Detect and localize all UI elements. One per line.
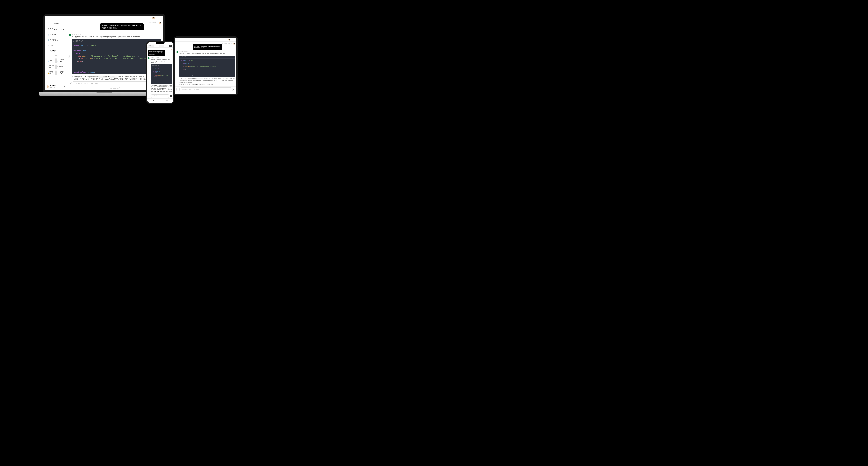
sidebar: + 新话题 💬 使用 React + Tailwi... ✎ 🗑 📄 简历编辑 … — [45, 20, 67, 90]
bot-p2: 在上面的代码中，我们将父元素设置为 h-screen 和 flex 类，以便其占… — [151, 85, 173, 92]
bot-avatar-icon: AI — [148, 57, 150, 59]
bottom-nav: ⌂ 对话 ☺ 我的 — [147, 98, 174, 102]
user-bubble: 使用 React + Tailwindcss 写一个 Loading Compo… — [193, 44, 222, 50]
topic-item[interactable]: 🔗 老白聊增长 — [46, 38, 65, 42]
sidebar-collapse-button[interactable]: ‹ — [68, 55, 70, 58]
link-icon: 🔗 — [48, 39, 49, 41]
role-chip[interactable]: 🔒私人厨师 — [46, 70, 56, 75]
send-button[interactable]: ➤ — [170, 95, 173, 97]
doc-icon: 📄 — [48, 34, 49, 35]
bot-timestamp: 2023/5/26 15:31:53 — [72, 34, 161, 35]
laptop-notch — [97, 14, 111, 15]
username-label: overtrue — [156, 17, 161, 19]
tablet-app: overtrue 2023/5/26 15:31:05 使用 React + T… — [175, 38, 237, 94]
sidebar-footer: overtrue 有效次数: 597 ⎋ — [46, 84, 65, 88]
topic-label: 英文翻译 — [50, 50, 56, 52]
task-badge[interactable]: 任务 — [169, 45, 173, 47]
user-avatar[interactable] — [228, 39, 230, 41]
bot-intro: 可以使用以下代码实现一个水平垂直居中的 Loading Component，该组… — [179, 53, 235, 55]
user-bubble: 使用 React + Tailwindcss 写一个 Loading Compo… — [148, 50, 165, 56]
phone-app: 使用 React Loadi... 任务 2023/5/26 15:31:05 … — [147, 42, 174, 103]
star-icon: ✦ — [57, 72, 59, 74]
lang-icon: 文A — [48, 50, 49, 52]
tab-right[interactable]: Loadi... — [159, 45, 164, 47]
footer-credits: 有效次数: 597 — [50, 87, 63, 88]
new-topic-button[interactable]: + 新话题 — [46, 22, 65, 26]
copy-icon[interactable]: ⧉ — [157, 31, 158, 32]
nav-me[interactable]: ☺ 我的 — [160, 99, 174, 102]
link-icon: 🔗 — [57, 60, 59, 62]
role-chip[interactable]: ✎编剧本 — [56, 64, 65, 69]
download-link[interactable]: 下载 — [147, 92, 174, 94]
topic-label: 简历编辑 — [50, 33, 56, 36]
phone-input-row: 🗑 来说点什么... ➤ — [147, 94, 174, 98]
doc-icon: 📄 — [48, 66, 49, 68]
edit-icon[interactable]: ✎ — [60, 28, 62, 30]
copy-code-icon[interactable]: ⧉ — [82, 40, 83, 42]
laptop-app: overtrue + 新话题 💬 使用 React + Tailwi... ✎ … — [45, 15, 163, 90]
user-avatar-icon — [172, 49, 173, 50]
message-input[interactable]: 来说点什么...（Shift + Enter = 换行） — [181, 88, 231, 91]
user-avatar-icon — [159, 22, 161, 24]
code-body[interactable]: import React from 'react'; function Load… — [151, 67, 173, 84]
code-block: jsx复制代码 ⧉ import React from 'react'; fun… — [151, 64, 173, 84]
topic-label: 使用 React + Tailwi... — [50, 28, 60, 30]
send-button[interactable]: ➤ — [232, 88, 235, 91]
topic-item[interactable]: 文A 英文翻译 — [46, 49, 65, 53]
bot-message: AI 2023/5/26 15:31:53 可以使用以下代码实现一个水平垂直居中… — [176, 51, 235, 86]
bot-p3: 您可以将此组件放入您的 React 应用程序中并进行自定义以适应您的需求。 — [179, 84, 235, 86]
icp-footer: 粤ICP备14048360号 — [147, 102, 174, 103]
user-timestamp: 2023/5/26 15:31:05 — [193, 43, 232, 44]
role-chip[interactable]: 📄简历编辑 — [46, 64, 56, 69]
topic-item[interactable]: 📄 简历编辑 — [46, 32, 65, 37]
topic-item[interactable]: 📄 周报 — [46, 43, 65, 48]
bot-message: AI 2023/5/26 15:31:53 可以使用以下代码实现一个水平垂直居中… — [148, 57, 173, 92]
role-chip[interactable]: 🔗老白聊增长 — [56, 58, 65, 63]
message-input[interactable]: 来说点什么... — [151, 94, 169, 98]
dynamic-island — [156, 42, 164, 44]
phone-chat-scroll[interactable]: 2023/5/26 15:31:05 使用 React + Tailwindcs… — [147, 48, 174, 92]
clear-button[interactable]: 🗑 — [176, 88, 180, 91]
icp-footer: 粤ICP备14048360号 — [175, 92, 237, 94]
user-avatar-icon — [233, 43, 235, 44]
bot-p2: 在上面的代码中，我们将父元素设置为 h-screen 和 flex 类，以便其占… — [179, 78, 235, 84]
doc-icon: 📄 — [48, 44, 49, 46]
role-chip[interactable]: 📄周报 — [46, 58, 56, 63]
code-lang: jsx复制代码 — [73, 40, 82, 42]
lock-icon: 🔒 — [48, 72, 49, 74]
user-message: 2023/5/26 15:31:05 使用 React + Tailwindcs… — [176, 43, 235, 50]
tablet-input-row: 🗑 来说点什么...（Shift + Enter = 换行） ➤ — [175, 87, 237, 92]
phone-device: 使用 React Loadi... 任务 2023/5/26 15:31:05 … — [146, 41, 175, 104]
tab-left[interactable]: 使用 React — [148, 45, 154, 47]
user-timestamp: 2023/5/26 15:31:05 — [100, 22, 158, 23]
copy-code-icon[interactable]: ⧉ — [158, 65, 159, 66]
role-chip[interactable]: ✦塔罗牌占卜 — [56, 70, 65, 75]
delete-icon[interactable]: 🗑 — [62, 28, 64, 30]
app-header: overtrue — [45, 15, 163, 20]
topic-label: 老白聊增长 — [50, 39, 58, 41]
logout-icon[interactable]: ⎋ — [64, 86, 65, 88]
tablet-header: overtrue — [175, 38, 237, 42]
bot-intro: 可以使用以下代码实现一个水平垂直居中的 Loading Component，该组… — [151, 59, 173, 63]
clear-button[interactable]: 🗑 — [148, 95, 150, 97]
bot-timestamp: 2023/5/26 15:31:53 — [179, 51, 235, 52]
bot-avatar-icon: AI — [69, 34, 71, 36]
code-body[interactable]: import React from 'react'; function Load… — [179, 59, 235, 77]
bot-intro: 可以使用以下代码实现一个水平垂直居中的 Loading Component，该组… — [72, 36, 161, 38]
tablet-chat-scroll[interactable]: 2023/5/26 15:31:05 使用 React + Tailwindcs… — [175, 42, 237, 87]
topic-item-active[interactable]: 💬 使用 React + Tailwi... ✎ 🗑 — [46, 27, 65, 31]
username-label: overtrue — [231, 39, 235, 40]
user-avatar[interactable] — [46, 85, 49, 88]
edit-icon: ✎ — [57, 66, 59, 68]
user-message: 2023/5/26 15:31:05 使用 React + Tailwindcs… — [69, 22, 161, 32]
clear-button[interactable]: 🗑 — [69, 82, 72, 85]
copy-code-icon[interactable]: ⧉ — [187, 56, 187, 58]
topic-label: 周报 — [50, 44, 53, 46]
tablet-device: overtrue 2023/5/26 15:31:05 使用 React + T… — [174, 36, 238, 95]
chat-icon: 💬 — [48, 28, 49, 30]
role-grid: 📄周报 🔗老白聊增长 📄简历编辑 ✎编剧本 🔒私人厨师 ✦塔罗牌占卜 — [46, 58, 65, 75]
nav-chat[interactable]: ⌂ 对话 — [147, 99, 160, 102]
bot-timestamp: 2023/5/26 15:31:53 — [151, 57, 173, 59]
bot-avatar-icon: AI — [176, 51, 178, 53]
user-avatar[interactable] — [152, 17, 155, 19]
